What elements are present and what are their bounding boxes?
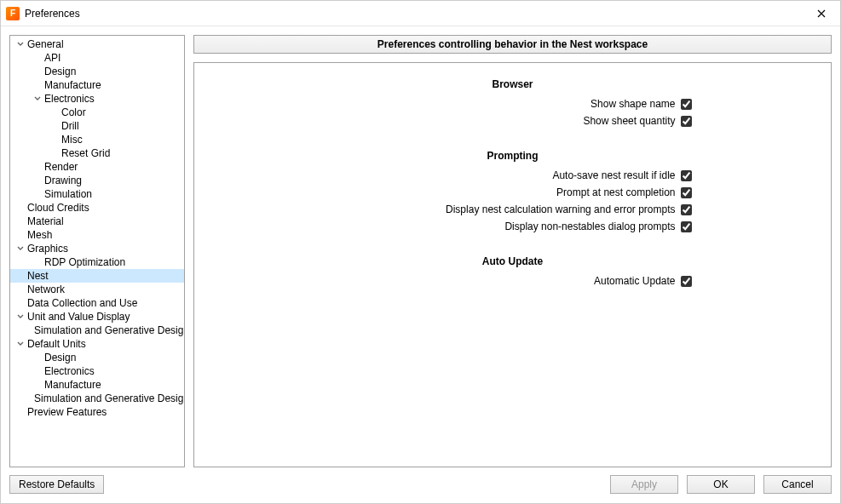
window-close-button[interactable] — [803, 1, 840, 26]
tree-toggle-spacer — [32, 53, 43, 63]
tree-item-label: Render — [44, 160, 78, 174]
tree-item-label: Mesh — [27, 228, 52, 242]
tree-item[interactable]: Design — [10, 351, 184, 364]
option-checkbox[interactable] — [681, 276, 692, 287]
tree-item[interactable]: Manufacture — [10, 378, 184, 392]
tree-item-label: Misc — [61, 133, 83, 146]
preferences-tree[interactable]: GeneralAPIDesignManufactureElectronicsCo… — [9, 35, 185, 467]
option-row: Auto-save nest result if idle — [334, 167, 692, 184]
option-label: Prompt at nest completion — [556, 186, 675, 198]
tree-item-label: Simulation and Generative Design — [34, 392, 185, 405]
tree-toggle-spacer — [49, 107, 60, 117]
tree-toggle-spacer — [15, 298, 26, 308]
tree-item[interactable]: Material — [10, 215, 184, 228]
tree-item[interactable]: Preview Features — [10, 405, 184, 419]
dialog-footer: Restore Defaults Apply OK Cancel — [1, 472, 840, 503]
tree-toggle-spacer — [32, 66, 43, 77]
tree-item[interactable]: Electronics — [10, 92, 184, 106]
tree-item-label: Simulation — [44, 187, 92, 201]
tree-item[interactable]: Default Units — [10, 337, 184, 351]
chevron-down-icon[interactable] — [15, 339, 26, 349]
preferences-content: BrowserShow shape nameShow sheet quantit… — [193, 62, 832, 467]
tree-item-label: Unit and Value Display — [27, 310, 130, 324]
tree-item[interactable]: Data Collection and Use — [10, 296, 184, 310]
tree-toggle-spacer — [15, 203, 26, 213]
option-checkbox[interactable] — [681, 170, 692, 181]
ok-button[interactable]: OK — [687, 475, 755, 494]
close-icon — [817, 9, 826, 18]
tree-item[interactable]: API — [10, 51, 184, 65]
chevron-down-icon[interactable] — [32, 94, 43, 104]
tree-item[interactable]: Cloud Credits — [10, 201, 184, 215]
tree-item[interactable]: Drill — [10, 119, 184, 133]
option-checkbox[interactable] — [681, 116, 692, 127]
restore-defaults-button[interactable]: Restore Defaults — [9, 475, 104, 494]
tree-item[interactable]: Network — [10, 283, 184, 296]
tree-toggle-spacer — [15, 216, 26, 226]
apply-button[interactable]: Apply — [610, 475, 678, 494]
tree-toggle-spacer — [32, 189, 43, 199]
tree-toggle-spacer — [49, 135, 60, 145]
section-title: Prompting — [334, 150, 692, 162]
tree-item-label: Drill — [61, 119, 79, 133]
tree-item-label: General — [27, 37, 64, 51]
option-row: Display nest calculation warning and err… — [334, 201, 692, 218]
option-label: Show sheet quantity — [583, 115, 675, 127]
cancel-button[interactable]: Cancel — [763, 475, 832, 494]
chevron-down-icon[interactable] — [15, 312, 26, 322]
option-label: Display non-nestables dialog prompts — [504, 220, 675, 232]
tree-item[interactable]: Color — [10, 106, 184, 119]
tree-item-label: Manufacture — [44, 378, 101, 392]
tree-toggle-spacer — [15, 284, 26, 295]
tree-item[interactable]: Unit and Value Display — [10, 310, 184, 324]
option-checkbox[interactable] — [681, 221, 692, 232]
option-label: Auto-save nest result if idle — [552, 169, 675, 181]
app-icon: F — [6, 7, 20, 20]
tree-item[interactable]: Misc — [10, 133, 184, 146]
tree-item-label: Design — [44, 65, 76, 78]
tree-item[interactable]: Simulation — [10, 187, 184, 201]
tree-item-label: Reset Grid — [61, 146, 110, 160]
tree-toggle-spacer — [32, 366, 43, 376]
page-description-banner: Preferences controlling behavior in the … — [193, 35, 832, 54]
option-checkbox[interactable] — [681, 99, 692, 110]
option-row: Display non-nestables dialog prompts — [334, 218, 692, 235]
tree-item[interactable]: Graphics — [10, 242, 184, 255]
tree-item[interactable]: Simulation and Generative Design — [10, 392, 184, 405]
tree-item-label: API — [44, 51, 60, 65]
tree-item-label: Material — [27, 215, 64, 228]
tree-item-label: Electronics — [44, 92, 95, 106]
tree-item[interactable]: Design — [10, 65, 184, 78]
option-checkbox[interactable] — [681, 204, 692, 215]
tree-item-label: Nest — [27, 269, 49, 283]
tree-item[interactable]: Manufacture — [10, 78, 184, 92]
tree-item[interactable]: Mesh — [10, 228, 184, 242]
tree-item-label: Simulation and Generative Design — [34, 324, 185, 337]
tree-item[interactable]: Reset Grid — [10, 146, 184, 160]
option-row: Automatic Update — [334, 272, 692, 289]
tree-toggle-spacer — [32, 380, 43, 390]
tree-item-label: RDP Optimization — [44, 255, 125, 269]
option-row: Prompt at nest completion — [334, 184, 692, 201]
tree-toggle-spacer — [32, 352, 43, 363]
tree-item[interactable]: RDP Optimization — [10, 255, 184, 269]
tree-item-label: Default Units — [27, 337, 86, 351]
tree-item[interactable]: Simulation and Generative Design — [10, 324, 184, 337]
preferences-window: F Preferences GeneralAPIDesignManufactur… — [0, 0, 841, 504]
tree-item[interactable]: General — [10, 37, 184, 51]
chevron-down-icon[interactable] — [15, 39, 26, 49]
option-label: Show shape name — [590, 98, 675, 110]
tree-toggle-spacer — [15, 271, 26, 281]
tree-item[interactable]: Electronics — [10, 364, 184, 378]
tree-item[interactable]: Nest — [10, 269, 184, 283]
main-panel: Preferences controlling behavior in the … — [193, 35, 832, 467]
chevron-down-icon[interactable] — [15, 243, 26, 254]
section-title: Browser — [334, 78, 692, 90]
tree-item-label: Manufacture — [44, 78, 101, 92]
option-checkbox[interactable] — [681, 187, 692, 198]
tree-item[interactable]: Drawing — [10, 174, 184, 187]
tree-toggle-spacer — [49, 148, 60, 158]
tree-item-label: Color — [61, 106, 86, 119]
tree-item[interactable]: Render — [10, 160, 184, 174]
tree-toggle-spacer — [15, 230, 26, 240]
